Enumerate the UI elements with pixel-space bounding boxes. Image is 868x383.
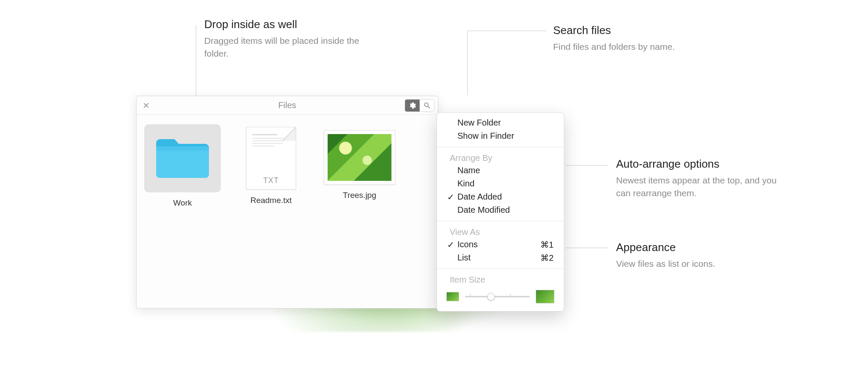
callout-arrange-title: Auto-arrange options: [616, 157, 778, 171]
item-size-slider[interactable]: [465, 292, 530, 302]
callout-drop: Drop inside as well Dragged items will b…: [204, 18, 366, 60]
menu-label: New Folder: [457, 118, 501, 127]
slider-track: [465, 296, 530, 297]
item-size-row: [437, 286, 564, 305]
size-thumb-small-icon: [446, 292, 459, 301]
menu-label: Name: [457, 166, 480, 175]
file-item-txt[interactable]: TXT Readme.txt: [237, 124, 305, 208]
callout-drop-desc: Dragged items will be placed inside the …: [204, 34, 366, 60]
menu-label: List: [457, 253, 471, 262]
files-grid: Work TXT Readme.txt Trees.jpg: [137, 115, 438, 217]
file-item-image[interactable]: Trees.jpg: [326, 124, 394, 208]
image-thumbnail: [324, 130, 395, 185]
file-type-badge: TXT: [263, 176, 279, 185]
files-window: ✕ Files: [136, 96, 438, 309]
file-label: Readme.txt: [250, 196, 291, 205]
menu-label: Date Modified: [457, 205, 510, 214]
search-icon: [423, 102, 431, 109]
menu-label: Icons: [457, 240, 478, 249]
menu-new-folder[interactable]: New Folder: [437, 116, 564, 129]
menu-arrange-name[interactable]: Name: [437, 164, 564, 177]
folder-selection: [144, 124, 221, 192]
menu-header-view: View As: [437, 226, 564, 238]
gear-icon: [408, 102, 416, 109]
close-button[interactable]: ✕: [143, 101, 150, 110]
menu-view-list[interactable]: List ⌘2: [437, 251, 564, 264]
size-thumb-large-icon: [536, 290, 554, 303]
lead-line: [467, 31, 468, 95]
text-file-icon: TXT: [246, 127, 296, 190]
callout-search-title: Search files: [553, 24, 715, 37]
menu-label: Kind: [457, 179, 474, 188]
file-label: Work: [173, 198, 192, 208]
menu-separator: [437, 221, 564, 221]
callout-search-desc: Find files and folders by name.: [553, 40, 715, 53]
svg-rect-2: [156, 146, 209, 178]
svg-line-1: [428, 106, 430, 108]
lead-line: [566, 165, 608, 166]
text-lines-decoration: [252, 134, 288, 160]
callout-appearance: Appearance View files as list or icons.: [616, 241, 778, 270]
menu-arrange-kind[interactable]: Kind: [437, 177, 564, 190]
menu-separator: [437, 269, 564, 269]
callout-appearance-title: Appearance: [616, 241, 778, 254]
lead-line: [467, 31, 546, 31]
file-item-folder[interactable]: Work: [148, 124, 217, 208]
svg-rect-3: [156, 146, 209, 151]
menu-shortcut: ⌘1: [540, 240, 554, 250]
menu-view-icons[interactable]: Icons ⌘1: [437, 238, 564, 251]
toolbar: [405, 99, 434, 112]
callout-arrange: Auto-arrange options Newest items appear…: [616, 157, 778, 200]
leaves-image: [328, 134, 391, 181]
file-label: Trees.jpg: [343, 191, 377, 200]
menu-label: Date Added: [457, 192, 502, 201]
titlebar: ✕ Files: [137, 96, 438, 115]
menu-shortcut: ⌘2: [540, 253, 554, 263]
settings-button[interactable]: [405, 100, 420, 111]
folder-icon: [153, 135, 212, 181]
callout-appearance-desc: View files as list or icons.: [616, 257, 778, 270]
window-title: Files: [278, 100, 296, 110]
callout-drop-title: Drop inside as well: [204, 18, 366, 31]
menu-header-arrange: Arrange By: [437, 151, 564, 164]
menu-arrange-date-added[interactable]: Date Added: [437, 190, 564, 203]
menu-header-item-size: Item Size: [437, 273, 564, 286]
menu-separator: [437, 147, 564, 147]
slider-tick: [510, 293, 511, 297]
menu-label: Show in Finder: [457, 131, 514, 140]
menu-arrange-date-modified[interactable]: Date Modified: [437, 203, 564, 217]
menu-show-in-finder[interactable]: Show in Finder: [437, 129, 564, 143]
slider-knob[interactable]: [487, 293, 495, 300]
lead-line: [566, 248, 608, 248]
slider-tick: [470, 293, 471, 297]
search-button[interactable]: [420, 100, 434, 111]
callout-search: Search files Find files and folders by n…: [553, 24, 715, 53]
settings-menu: New Folder Show in Finder Arrange By Nam…: [437, 112, 564, 312]
callout-arrange-desc: Newest items appear at the top, and you …: [616, 174, 778, 200]
